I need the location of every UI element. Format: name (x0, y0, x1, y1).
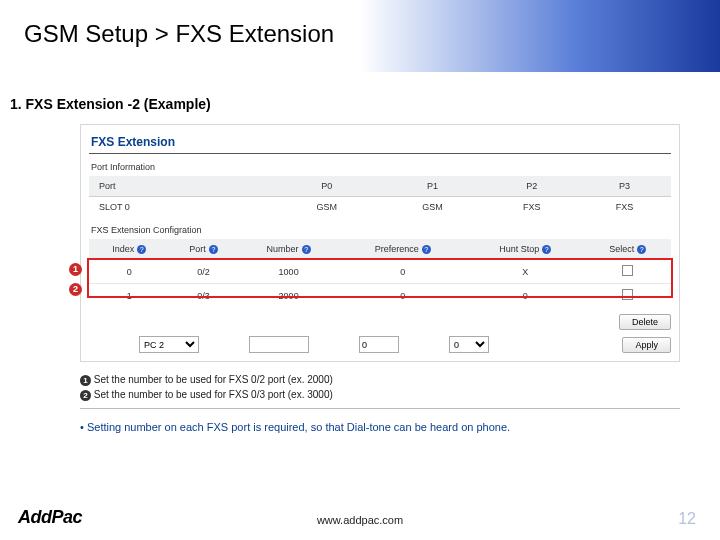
cell-index: 0 (89, 260, 169, 284)
slide-header: GSM Setup > FXS Extension (0, 0, 720, 72)
table-row[interactable]: 1 0/3 2000 0 0 (89, 284, 671, 308)
cell-index: 1 (89, 284, 169, 308)
delete-button[interactable]: Delete (619, 314, 671, 330)
note-bullet: • Setting number on each FXS port is req… (80, 419, 680, 436)
cell-pref: 0 (339, 260, 466, 284)
port-info-label: Port Information (91, 162, 671, 172)
apply-button[interactable]: Apply (622, 337, 671, 353)
notes-block: 1 Set the number to be used for FXS 0/2 … (80, 372, 680, 436)
config-label: FXS Extension Configration (91, 225, 671, 235)
cell-number: 1000 (238, 260, 339, 284)
cfg-h-pref: Preference? (339, 239, 466, 260)
fxs-config-table: Index? Port? Number? Preference? Hunt St… (89, 239, 671, 307)
cell-hunt: X (466, 260, 584, 284)
cfg-h-port: Port? (169, 239, 238, 260)
port-cell-3: FXS (578, 197, 671, 218)
help-icon[interactable]: ? (542, 245, 551, 254)
note-num-1-icon: 1 (80, 375, 91, 386)
checkbox-icon[interactable] (622, 289, 633, 300)
port-row-label: SLOT 0 (89, 197, 274, 218)
divider (80, 408, 680, 409)
cell-select[interactable] (584, 284, 671, 308)
cfg-h-index: Index? (89, 239, 169, 260)
help-icon[interactable]: ? (422, 245, 431, 254)
note-1: Set the number to be used for FXS 0/2 po… (94, 374, 333, 385)
cell-port: 0/2 (169, 260, 238, 284)
page-title: GSM Setup > FXS Extension (24, 20, 720, 48)
annotation-2-icon: 2 (69, 283, 82, 296)
cfg-h-select: Select? (584, 239, 671, 260)
note-2: Set the number to be used for FXS 0/3 po… (94, 389, 333, 400)
port-col-p1: P1 (380, 176, 486, 197)
pref-input[interactable] (359, 336, 399, 353)
cfg-h-hunt: Hunt Stop? (466, 239, 584, 260)
panel-heading: FXS Extension (89, 133, 671, 154)
footer-url: www.addpac.com (0, 514, 720, 526)
help-icon[interactable]: ? (302, 245, 311, 254)
port-col-p0: P0 (274, 176, 380, 197)
port-col-p2: P2 (485, 176, 578, 197)
help-icon[interactable]: ? (209, 245, 218, 254)
number-input[interactable] (249, 336, 309, 353)
port-info-table: Port P0 P1 P2 P3 SLOT 0 GSM GSM FXS FXS (89, 176, 671, 217)
port-select[interactable]: PC 2 (139, 336, 199, 353)
cell-port: 0/3 (169, 284, 238, 308)
cell-pref: 0 (339, 284, 466, 308)
note-num-2-icon: 2 (80, 390, 91, 401)
help-icon[interactable]: ? (637, 245, 646, 254)
add-row-controls: PC 2 0 Apply (89, 336, 671, 353)
cell-hunt: 0 (466, 284, 584, 308)
cfg-h-number: Number? (238, 239, 339, 260)
port-col-blank: Port (89, 176, 274, 197)
cell-select[interactable] (584, 260, 671, 284)
cell-number: 2000 (238, 284, 339, 308)
port-cell-2: FXS (485, 197, 578, 218)
hunt-select[interactable]: 0 (449, 336, 489, 353)
port-cell-0: GSM (274, 197, 380, 218)
table-row[interactable]: 0 0/2 1000 0 X (89, 260, 671, 284)
checkbox-icon[interactable] (622, 265, 633, 276)
config-panel: FXS Extension Port Information Port P0 P… (80, 124, 680, 362)
section-title: 1. FXS Extension -2 (Example) (10, 96, 720, 112)
port-cell-1: GSM (380, 197, 486, 218)
port-col-p3: P3 (578, 176, 671, 197)
page-number: 12 (678, 510, 696, 528)
help-icon[interactable]: ? (137, 245, 146, 254)
annotation-1-icon: 1 (69, 263, 82, 276)
